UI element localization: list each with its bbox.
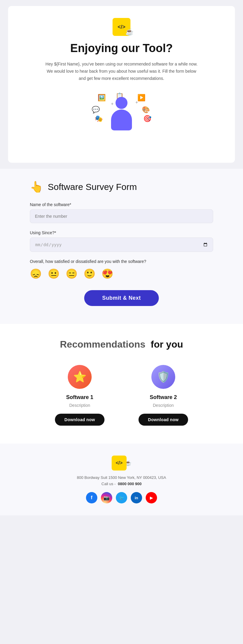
rec-desc-2: Description — [130, 403, 196, 408]
star-icon: ⭐ — [73, 371, 87, 383]
footer-logo: </> ☕ — [12, 456, 231, 471]
logo-code: </> — [118, 24, 125, 30]
social-icons-container: f 📷 🐦 in ▶ — [12, 492, 231, 503]
rec-icon-1: ⭐ — [68, 365, 92, 389]
twitter-icon[interactable]: 🐦 — [116, 492, 127, 503]
recommendations-title-bold: for you — [151, 339, 183, 350]
logo-cup-icon: ☕ — [125, 28, 133, 36]
date-label: Using Since?* — [30, 230, 213, 235]
float-icon-3: ▶️ — [137, 94, 145, 102]
rec-card-2: 🛡️ Software 2 Description Download now — [130, 365, 196, 426]
recommendations-title-light: Recommendations — [60, 339, 145, 350]
rec-cards-container: ⭐ Software 1 Description Download now 🛡️… — [18, 365, 225, 426]
satisfaction-group: Overall, how satisfied or dissatisfied a… — [30, 259, 213, 279]
footer-address: 800 Bordway Suit 1500 New York, NY 00042… — [12, 475, 231, 480]
date-input[interactable] — [30, 237, 213, 252]
form-title: Software Survey Form — [48, 182, 137, 192]
shield-icon: 🛡️ — [157, 371, 170, 383]
hero-section: </> ☕ Enjoying our Tool? Hey ${First Nam… — [8, 6, 235, 163]
recommendations-title: Recommendations for you — [18, 339, 225, 350]
hero-description: Hey ${First Name}, you've been using our… — [44, 61, 199, 82]
date-field-group: Using Since?* — [30, 230, 213, 252]
emoji-dissatisfied[interactable]: 😐 — [48, 268, 60, 279]
finger-emoji-icon: 👆 — [30, 181, 43, 193]
instagram-icon[interactable]: 📷 — [101, 492, 112, 503]
emoji-very-satisfied[interactable]: 😍 — [101, 268, 113, 279]
submit-button[interactable]: Submit & Next — [84, 290, 159, 306]
rec-name-2: Software 2 — [130, 394, 196, 401]
logo: </> ☕ — [113, 18, 130, 36]
download-button-1[interactable]: Download now — [55, 414, 104, 426]
satisfaction-label: Overall, how satisfied or dissatisfied a… — [30, 259, 213, 264]
float-icon-1: 🖼️ — [98, 94, 106, 102]
float-icon-5: 🎨 — [142, 106, 150, 114]
footer-phone-number: 0800 000 900 — [118, 482, 142, 486]
footer-logo-code: </> — [116, 460, 122, 466]
emoji-neutral[interactable]: 😑 — [66, 268, 78, 279]
rec-icon-2: 🛡️ — [151, 365, 175, 389]
footer-phone-label: Call us - — [101, 482, 116, 486]
name-label: Name of the software* — [30, 202, 213, 207]
rec-card-1: ⭐ Software 1 Description Download now — [47, 365, 113, 426]
float-icon-6: 🎭 — [95, 115, 103, 123]
person-figure — [107, 97, 136, 139]
hero-illustration: 🖼️ 📋 ▶️ 💬 🎨 🎭 🎯 + + — [89, 91, 154, 145]
float-icon-4: 💬 — [92, 106, 100, 114]
recommendations-section: Recommendations for you ⭐ Software 1 Des… — [0, 324, 243, 444]
footer-logo-box: </> — [112, 456, 127, 471]
emoji-satisfied[interactable]: 🙂 — [84, 268, 96, 279]
emoji-row: 😞 😐 😑 🙂 😍 — [30, 268, 213, 279]
name-field-group: Name of the software* — [30, 202, 213, 223]
name-input[interactable] — [30, 209, 213, 223]
footer-section: </> ☕ 800 Bordway Suit 1500 New York, NY… — [0, 444, 243, 515]
person-head — [116, 97, 127, 109]
form-header: 👆 Software Survey Form — [30, 181, 213, 193]
person-body — [111, 109, 132, 130]
emoji-very-dissatisfied[interactable]: 😞 — [30, 268, 42, 279]
youtube-icon[interactable]: ▶ — [146, 492, 157, 503]
rec-desc-1: Description — [47, 403, 113, 408]
footer-phone: Call us - 0800 000 900 — [12, 482, 231, 486]
float-icon-7: 🎯 — [143, 115, 151, 123]
form-section: 👆 Software Survey Form Name of the softw… — [0, 169, 243, 324]
linkedin-icon[interactable]: in — [131, 492, 142, 503]
hero-title: Enjoying our Tool? — [26, 42, 217, 55]
rec-name-1: Software 1 — [47, 394, 113, 401]
facebook-icon[interactable]: f — [86, 492, 97, 503]
download-button-2[interactable]: Download now — [139, 414, 188, 426]
